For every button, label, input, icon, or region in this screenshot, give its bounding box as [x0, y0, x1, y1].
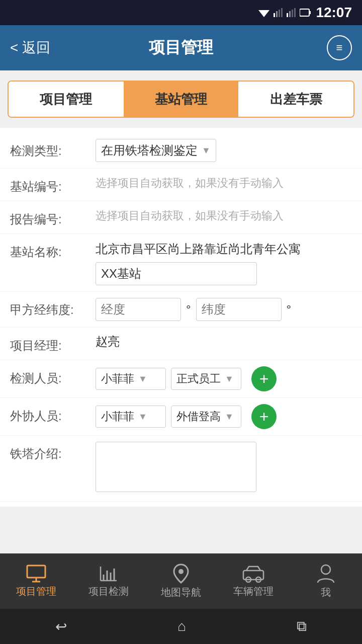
label-coordinates: 甲方经纬度:	[10, 298, 96, 318]
nav-me[interactable]: 我	[290, 564, 362, 599]
label-report-id: 报告编号:	[10, 207, 96, 227]
chevron-inspector-role: ▼	[225, 374, 234, 384]
nav-label-vehicle: 车辆管理	[233, 585, 274, 598]
station-name-auto: 北京市昌平区尚上路靠近尚北青年公寓	[96, 240, 352, 258]
external-role-select[interactable]: 外借登高 ▼	[171, 406, 241, 428]
svg-rect-10	[309, 11, 311, 14]
svg-rect-1	[274, 13, 275, 17]
monitor-icon	[26, 565, 46, 583]
inspector-role-select[interactable]: 正式员工 ▼	[171, 368, 241, 390]
svg-rect-3	[279, 10, 280, 17]
location-icon	[172, 564, 190, 584]
svg-rect-11	[27, 566, 45, 578]
menu-icon: ≡	[336, 41, 343, 54]
field-coordinates: 甲方经纬度: ° °	[0, 292, 362, 328]
menu-button[interactable]: ≡	[327, 35, 352, 60]
time-display: 12:07	[316, 5, 352, 21]
form-area: 检测类型: 在用铁塔检测鉴定 ▼ 基站编号: 选择项目自动获取，如果没有手动输入…	[0, 128, 362, 555]
bottom-nav: 项目管理 项目检测 地图导航 车辆管理 我	[0, 553, 362, 609]
battery-icon	[300, 8, 311, 17]
car-icon	[242, 565, 264, 583]
inspector-person-select[interactable]: 小菲菲 ▼	[96, 368, 166, 390]
nav-vehicle[interactable]: 车辆管理	[217, 565, 290, 598]
chevron-inspector-person: ▼	[138, 374, 147, 384]
svg-rect-4	[281, 8, 283, 17]
tabs-container: 项目管理 基站管理 出差车票	[0, 70, 362, 128]
svg-marker-0	[258, 10, 269, 17]
field-external-staff: 外协人员: 小菲菲 ▼ 外借登高 ▼ +	[0, 398, 362, 436]
tab-travel-ticket[interactable]: 出差车票	[238, 82, 353, 117]
label-station-id: 基站编号:	[10, 175, 96, 195]
label-tower-intro: 铁塔介绍:	[10, 442, 96, 462]
svg-rect-8	[294, 8, 296, 17]
station-name-input[interactable]	[96, 262, 257, 285]
nav-project-inspect[interactable]: 项目检测	[72, 565, 145, 598]
nav-label-project-management: 项目管理	[16, 585, 56, 598]
field-station-id: 基站编号: 选择项目自动获取，如果没有手动输入	[0, 169, 362, 201]
hint-report-id[interactable]: 选择项目自动获取，如果没有手动输入	[96, 207, 352, 224]
add-external-button[interactable]: +	[251, 404, 277, 429]
hint-station-id[interactable]: 选择项目自动获取，如果没有手动输入	[96, 175, 352, 191]
signal-icon	[274, 8, 283, 17]
tab-station-management[interactable]: 基站管理	[124, 82, 239, 117]
svg-point-24	[321, 565, 330, 574]
svg-rect-5	[287, 13, 288, 17]
label-detection-type: 检测类型:	[10, 139, 96, 159]
chevron-external-person: ▼	[138, 412, 147, 422]
label-station-name: 基站名称:	[10, 240, 96, 260]
chart-icon	[99, 565, 119, 583]
latitude-input[interactable]	[196, 298, 282, 321]
chevron-down-icon: ▼	[202, 145, 211, 156]
degree-symbol-2: °	[287, 302, 292, 316]
nav-project-management[interactable]: 项目管理	[0, 565, 72, 598]
person-icon	[317, 564, 335, 584]
nav-label-project-inspect: 项目检测	[88, 585, 129, 598]
label-external-staff: 外协人员:	[10, 404, 96, 424]
tab-bar: 项目管理 基站管理 出差车票	[8, 80, 354, 118]
nav-map[interactable]: 地图导航	[145, 564, 217, 599]
label-inspectors: 检测人员:	[10, 366, 96, 386]
signal2-icon	[287, 8, 296, 17]
field-project-manager: 项目经理: 赵亮	[0, 328, 362, 360]
external-row: 小菲菲 ▼ 外借登高 ▼ +	[96, 404, 352, 429]
status-bar: 12:07	[0, 0, 362, 25]
page-title: 项目管理	[149, 37, 213, 59]
sys-home-button[interactable]: ⌂	[177, 618, 186, 634]
degree-symbol-1: °	[186, 302, 191, 316]
nav-label-me: 我	[321, 586, 331, 599]
tab-project-management[interactable]: 项目管理	[9, 82, 124, 117]
external-person-select[interactable]: 小菲菲 ▼	[96, 406, 166, 428]
tower-intro-textarea[interactable]	[96, 442, 256, 492]
select-detection-type[interactable]: 在用铁塔检测鉴定 ▼	[96, 139, 216, 162]
field-tower-intro: 铁塔介绍:	[0, 436, 362, 502]
add-inspector-button[interactable]: +	[251, 366, 277, 391]
back-button[interactable]: < 返回	[10, 38, 50, 57]
inspector-row: 小菲菲 ▼ 正式员工 ▼ +	[96, 366, 352, 391]
field-inspectors: 检测人员: 小菲菲 ▼ 正式员工 ▼ +	[0, 360, 362, 398]
wifi-icon	[258, 8, 269, 17]
svg-rect-6	[289, 11, 291, 17]
chevron-external-role: ▼	[225, 412, 234, 422]
field-detection-type: 检测类型: 在用铁塔检测鉴定 ▼	[0, 133, 362, 169]
svg-point-20	[178, 569, 184, 574]
coord-row: ° °	[96, 298, 352, 321]
field-report-id: 报告编号: 选择项目自动获取，如果没有手动输入	[0, 201, 362, 234]
longitude-input[interactable]	[96, 298, 181, 321]
system-nav-bar: ↩ ⌂ ⧉	[0, 609, 362, 644]
field-station-name: 基站名称: 北京市昌平区尚上路靠近尚北青年公寓	[0, 234, 362, 292]
status-icons	[258, 8, 311, 17]
nav-label-map: 地图导航	[161, 586, 201, 599]
svg-rect-2	[276, 11, 278, 17]
form-container: 检测类型: 在用铁塔检测鉴定 ▼ 基站编号: 选择项目自动获取，如果没有手动输入…	[0, 128, 362, 507]
label-project-manager: 项目经理:	[10, 334, 96, 354]
value-project-manager: 赵亮	[96, 334, 352, 350]
sys-back-button[interactable]: ↩	[55, 618, 67, 635]
svg-rect-7	[292, 10, 293, 17]
app-header: < 返回 项目管理 ≡	[0, 25, 362, 70]
sys-multi-button[interactable]: ⧉	[297, 618, 307, 635]
svg-rect-9	[300, 9, 309, 16]
